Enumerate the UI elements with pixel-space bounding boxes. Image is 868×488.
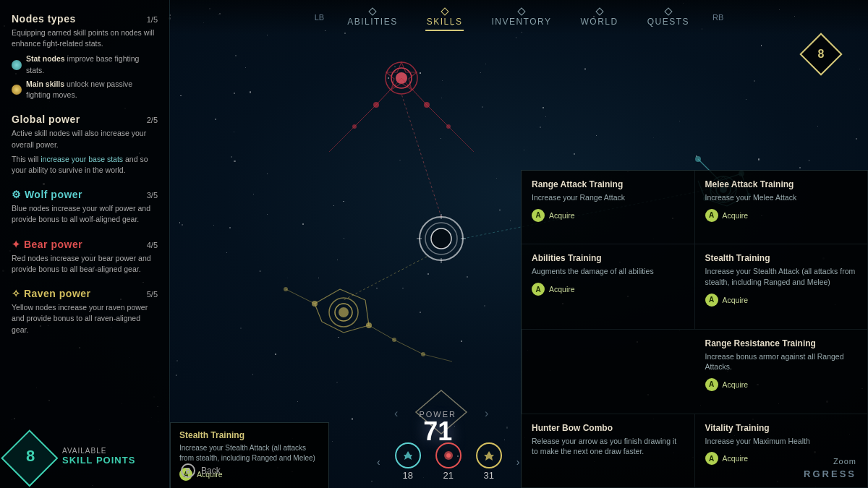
info-panels: Range Attack Training Increase your Rang… (521, 170, 868, 488)
sidebar-global-counter: 2/5 (147, 116, 158, 124)
svg-point-30 (431, 228, 451, 249)
zoom-progress: Zoom RGRESS (804, 457, 856, 479)
progress-label: RGRESS (804, 468, 856, 479)
abilities-training-desc: Augments the damage of all abilities (532, 266, 684, 277)
sidebar-section-global: Global power 2/5 Active skill nodes will… (12, 114, 158, 176)
skill-points-title: SKILL POINTS (62, 455, 135, 466)
melee-attack-a-button[interactable]: A (705, 209, 718, 222)
power-diamond-display: 8 (803, 36, 839, 72)
power-diamond-number: 8 (803, 48, 839, 61)
svg-point-48 (312, 301, 318, 307)
svg-text:‹: ‹ (394, 407, 398, 419)
quests-diamond-icon (664, 7, 672, 15)
top-navigation: LB ABILITIES SKILLS INVENTORY WORLD QUES… (170, 0, 868, 35)
bear-node-icon[interactable] (435, 442, 461, 468)
wolf-node-icon[interactable] (395, 442, 421, 468)
main-skill-icon (12, 85, 22, 95)
back-button[interactable]: B Back (181, 463, 221, 478)
nav-rb-button[interactable]: RB (704, 9, 732, 26)
vitality-a-button[interactable]: A (705, 452, 718, 465)
svg-point-11 (424, 102, 430, 108)
nav-world[interactable]: WORLD (566, 4, 632, 31)
skill-points-display: 8 AVAILABLE SKILL POINTS (7, 433, 163, 479)
abilities-training-a-button[interactable]: A (532, 283, 545, 296)
stealth-training-a-button[interactable]: A (705, 294, 718, 307)
sidebar-raven-title: ✧ Raven power (12, 288, 91, 299)
svg-line-9 (448, 127, 474, 152)
zoom-label: Zoom (833, 457, 856, 466)
svg-line-6 (354, 105, 376, 127)
b-circle-icon: B (181, 463, 195, 478)
vitality-desc: Increase your Maximum Health (705, 436, 858, 447)
sidebar-bear-title: ✦ Bear power (12, 239, 82, 250)
svg-point-51 (392, 338, 396, 342)
hunter-bow-title: Hunter Bow Combo (532, 423, 684, 433)
melee-attack-card: Melee Attack Training Increase your Mele… (695, 171, 869, 244)
svg-marker-61 (484, 451, 494, 461)
sidebar-raven-counter: 5/5 (147, 290, 158, 299)
range-resistance-desc: Increase bonus armor against all Ranged … (705, 351, 858, 372)
sidebar-global-desc1: Active skill nodes will also increase yo… (12, 128, 158, 150)
svg-line-35 (315, 289, 340, 304)
melee-attack-acquire-label: Acquire (723, 211, 749, 220)
svg-point-50 (284, 287, 288, 291)
skill-points-diamond: 8 (7, 433, 54, 479)
nav-abilities[interactable]: ABILITIES (333, 4, 412, 31)
range-resistance-a-button[interactable]: A (705, 378, 718, 391)
svg-line-39 (322, 322, 344, 333)
raven-node-icon[interactable] (476, 442, 502, 468)
stealth-training-card: Stealth Training Increase your Stealth A… (695, 244, 869, 329)
melee-attack-desc: Increase your Melee Attack (705, 192, 858, 203)
stealth-training-title: Stealth Training (705, 253, 858, 263)
right-chevron-icon[interactable]: › (516, 456, 520, 468)
inventory-diamond-icon (517, 7, 525, 15)
svg-line-53 (401, 94, 441, 217)
melee-attack-title: Melee Attack Training (705, 179, 858, 189)
sidebar-section-raven: ✧ Raven power 5/5 Yellow nodes increase … (12, 288, 158, 335)
wolf-count: 18 (403, 470, 413, 481)
svg-line-5 (401, 78, 427, 105)
svg-point-12 (352, 124, 357, 129)
svg-text:›: › (485, 407, 488, 419)
raven-count: 31 (484, 470, 494, 481)
skills-diamond-icon (441, 7, 448, 15)
range-attack-a-button[interactable]: A (532, 209, 545, 222)
range-resistance-card2: Range Resistance Training Increase bonus… (695, 330, 869, 414)
stealth-training-desc: Increase your Stealth Attack (all attack… (705, 266, 858, 287)
abilities-training-acquire-label: Acquire (549, 285, 575, 294)
stat-node-icon (12, 60, 22, 70)
sidebar-wolf-title: ⚙ Wolf power (12, 189, 82, 200)
svg-line-7 (427, 105, 448, 127)
svg-line-55 (344, 257, 427, 300)
sidebar-stat-desc: Stat nodes improve base fighting stats. (26, 53, 158, 75)
nav-lb-button[interactable]: LB (306, 9, 333, 26)
svg-line-44 (286, 289, 315, 304)
range-attack-acquire-label: Acquire (549, 211, 575, 220)
sidebar-wolf-counter: 3/5 (147, 191, 158, 200)
svg-point-52 (421, 352, 425, 356)
sidebar-bear-desc: Red nodes increase your bear power and p… (12, 253, 158, 275)
stealth-training-acquire-label: Acquire (723, 296, 749, 304)
nav-quests[interactable]: QUESTS (633, 4, 704, 31)
bottom-icon-row: ‹ 18 21 31 › (377, 442, 519, 481)
world-diamond-icon (595, 7, 603, 15)
sidebar-main-desc: Main skills unlock new passive fighting … (26, 79, 158, 100)
vitality-acquire-label: Acquire (723, 454, 749, 463)
sidebar-raven-desc: Yellow nodes increase your raven power a… (12, 302, 158, 335)
abilities-training-card: Abilities Training Augments the damage o… (522, 244, 695, 329)
hunter-bow-desc: Release your arrow as you finish drawing… (532, 436, 684, 457)
svg-point-10 (373, 102, 379, 108)
svg-point-13 (446, 124, 451, 129)
sidebar-global-desc2: This will increase your base stats and s… (12, 154, 158, 176)
stealth-popup-title: Stealth Training (179, 430, 320, 440)
svg-line-37 (365, 300, 369, 325)
left-chevron-icon[interactable]: ‹ (377, 456, 380, 468)
range-resistance-title: Range Resistance Training (705, 338, 858, 348)
nav-skills[interactable]: SKILLS (412, 4, 477, 31)
nav-inventory[interactable]: INVENTORY (477, 4, 566, 31)
range-attack-title: Range Attack Training (532, 179, 684, 189)
svg-point-60 (446, 453, 451, 458)
sidebar-section-wolf: ⚙ Wolf power 3/5 Blue nodes increase you… (12, 189, 158, 225)
abilities-diamond-icon (368, 7, 376, 15)
stealth-popup-desc: Increase your Stealth Attack (all attack… (179, 443, 320, 463)
